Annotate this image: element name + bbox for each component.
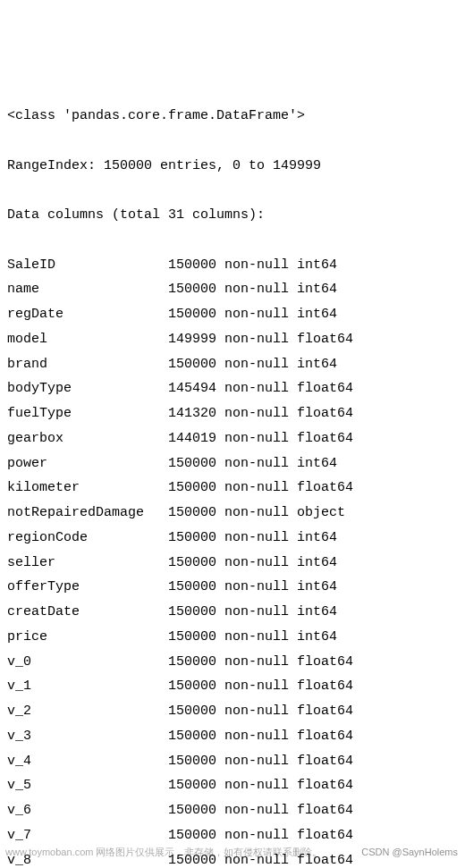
column-row: model 149999 non-null float64 <box>7 327 458 352</box>
column-row: seller 150000 non-null int64 <box>7 551 458 576</box>
class-line: <class 'pandas.core.frame.DataFrame'> <box>7 104 458 129</box>
column-list: SaleID 150000 non-null int64name 150000 … <box>7 253 458 869</box>
column-row: v_1 150000 non-null float64 <box>7 674 458 699</box>
column-row: v_0 150000 non-null float64 <box>7 650 458 675</box>
column-row: price 150000 non-null int64 <box>7 625 458 650</box>
column-row: fuelType 141320 non-null float64 <box>7 401 458 426</box>
range-line: RangeIndex: 150000 entries, 0 to 149999 <box>7 154 458 179</box>
column-row: brand 150000 non-null int64 <box>7 352 458 377</box>
column-row: v_5 150000 non-null float64 <box>7 773 458 798</box>
column-row: kilometer 150000 non-null float64 <box>7 476 458 501</box>
column-row: notRepairedDamage 150000 non-null object <box>7 501 458 526</box>
watermark-right: CSDN @SaynHolems <box>361 843 458 861</box>
column-row: offerType 150000 non-null int64 <box>7 575 458 600</box>
column-row: regionCode 150000 non-null int64 <box>7 526 458 551</box>
watermark-left: www.toymoban.com 网络图片仅供展示，非存储，如有侵权请联系删除。 <box>5 843 322 861</box>
column-row: name 150000 non-null int64 <box>7 277 458 302</box>
column-row: bodyType 145494 non-null float64 <box>7 376 458 401</box>
column-row: v_4 150000 non-null float64 <box>7 749 458 774</box>
column-row: gearbox 144019 non-null float64 <box>7 426 458 451</box>
column-row: creatDate 150000 non-null int64 <box>7 600 458 625</box>
column-row: power 150000 non-null int64 <box>7 451 458 476</box>
column-row: v_6 150000 non-null float64 <box>7 798 458 823</box>
columns-line: Data columns (total 31 columns): <box>7 203 458 228</box>
column-row: SaleID 150000 non-null int64 <box>7 253 458 278</box>
column-row: regDate 150000 non-null int64 <box>7 302 458 327</box>
column-row: v_3 150000 non-null float64 <box>7 724 458 749</box>
column-row: v_2 150000 non-null float64 <box>7 699 458 724</box>
